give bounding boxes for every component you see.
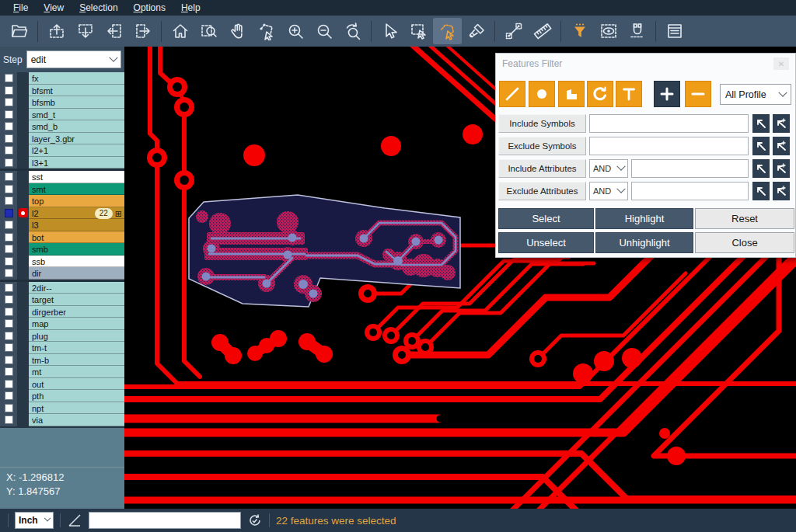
layer-checkbox[interactable] xyxy=(5,283,13,292)
layer-row-top[interactable]: top xyxy=(0,195,124,207)
layer-checkbox[interactable] xyxy=(5,367,13,376)
filter-row-label-button[interactable]: Include Symbols xyxy=(498,114,586,133)
pad-feature-button[interactable] xyxy=(529,81,555,107)
layer-row-l2+1[interactable]: l2+1 xyxy=(0,144,124,157)
units-select[interactable]: Inch xyxy=(15,512,54,529)
text-feature-button[interactable] xyxy=(616,81,642,107)
layer-row-target[interactable]: target xyxy=(0,294,124,306)
pan-left-button[interactable] xyxy=(100,18,128,44)
layer-checkbox[interactable] xyxy=(5,308,13,316)
layer-row-tm-b[interactable]: tm-b xyxy=(0,354,124,367)
layer-checkbox[interactable] xyxy=(5,319,13,328)
layer-label[interactable]: npt xyxy=(29,402,124,415)
filter-value-input[interactable] xyxy=(631,182,749,200)
filter-row-label-button[interactable]: Include Attributes xyxy=(498,159,586,178)
operator-select[interactable]: AND xyxy=(589,182,628,200)
layer-label[interactable]: 2dir-- xyxy=(29,282,124,294)
pick-arrow-add-button[interactable] xyxy=(773,182,790,200)
layer-label[interactable]: l222⊞ xyxy=(29,207,124,220)
menu-item-options[interactable]: Options xyxy=(127,1,173,15)
layer-label[interactable]: l3 xyxy=(29,219,124,231)
layer-row-smb[interactable]: smb xyxy=(0,243,124,256)
layer-checkbox[interactable] xyxy=(5,416,13,424)
select-cursor-button[interactable] xyxy=(375,18,404,44)
pan-hand-button[interactable] xyxy=(223,18,252,44)
layer-label[interactable]: fx xyxy=(29,72,124,85)
layer-label[interactable]: smd_b xyxy=(29,120,124,133)
step-select[interactable]: edit xyxy=(26,50,121,68)
layer-label[interactable]: ssb xyxy=(29,256,124,268)
layer-checkbox[interactable] xyxy=(5,380,13,388)
layer-checkbox[interactable] xyxy=(5,343,13,352)
layer-checkbox[interactable] xyxy=(5,98,13,106)
pick-arrow-add-button[interactable] xyxy=(773,159,790,178)
layer-row-layer_3.gbr[interactable]: layer_3.gbr xyxy=(0,133,124,145)
menu-item-file[interactable]: File xyxy=(6,1,35,15)
layer-label[interactable]: smb xyxy=(29,243,124,256)
layer-label[interactable]: map xyxy=(29,318,124,330)
measure-distance-button[interactable] xyxy=(499,18,528,44)
layer-row-npt[interactable]: npt xyxy=(0,402,124,415)
layer-label[interactable]: layer_3.gbr xyxy=(29,133,124,145)
command-input[interactable] xyxy=(89,512,241,529)
layer-checkbox[interactable] xyxy=(5,74,13,82)
layer-checkbox[interactable] xyxy=(5,196,13,205)
menu-item-view[interactable]: View xyxy=(37,1,71,15)
layer-label[interactable]: bot xyxy=(29,231,124,244)
zoom-polygon-button[interactable] xyxy=(252,18,281,44)
filter-row-label-button[interactable]: Exclude Attributes xyxy=(498,182,586,200)
select-button[interactable]: Select xyxy=(498,208,594,229)
layer-label[interactable]: l2+1 xyxy=(29,144,124,157)
pick-arrow-add-button[interactable] xyxy=(773,137,790,155)
arc-feature-button[interactable] xyxy=(587,81,613,107)
grid-icon[interactable]: ⊞ xyxy=(115,210,122,217)
highlight-button[interactable]: Highlight xyxy=(595,208,693,229)
layer-label[interactable]: l3+1 xyxy=(29,157,124,169)
menu-item-help[interactable]: Help xyxy=(174,1,208,15)
pick-arrow-button[interactable] xyxy=(752,137,770,155)
zoom-previous-button[interactable] xyxy=(338,18,367,44)
layer-checkbox[interactable] xyxy=(5,332,13,340)
zoom-out-button[interactable] xyxy=(309,18,338,44)
layer-checkbox[interactable] xyxy=(5,233,13,242)
layer-row-l3[interactable]: l3 xyxy=(0,219,124,231)
layer-row-via[interactable]: via xyxy=(0,414,124,426)
pick-arrow-add-button[interactable] xyxy=(773,114,790,133)
layer-label[interactable]: via xyxy=(29,414,124,426)
layer-row-bfsmt[interactable]: bfsmt xyxy=(0,85,124,97)
layer-row-smt[interactable]: smt xyxy=(0,183,124,196)
dialog-close-button[interactable]: ✕ xyxy=(773,57,789,70)
layer-label[interactable]: bfsmt xyxy=(29,85,124,97)
layer-checkbox[interactable] xyxy=(5,257,13,266)
layer-label[interactable]: sst xyxy=(29,171,124,183)
rectangle-select-button[interactable] xyxy=(404,18,433,44)
close-button[interactable]: Close xyxy=(695,232,794,253)
layer-checkbox[interactable] xyxy=(5,404,13,412)
surface-feature-button[interactable] xyxy=(558,81,585,107)
layer-checkbox[interactable] xyxy=(5,86,13,95)
layer-checkbox[interactable] xyxy=(5,391,13,400)
pick-arrow-button[interactable] xyxy=(752,159,770,178)
layer-row-pth[interactable]: pth xyxy=(0,390,124,402)
polygon-select-button[interactable] xyxy=(433,18,462,44)
layer-label[interactable]: target xyxy=(29,294,124,306)
layer-checkbox[interactable] xyxy=(5,356,13,364)
layer-checkbox[interactable] xyxy=(5,245,13,253)
features-filter-button[interactable] xyxy=(565,18,594,44)
paint-brush-button[interactable] xyxy=(462,18,491,44)
ruler-button[interactable] xyxy=(528,18,557,44)
layer-row-tm-t[interactable]: tm-t xyxy=(0,342,124,354)
filter-value-input[interactable] xyxy=(589,137,749,155)
pick-arrow-button[interactable] xyxy=(752,114,770,133)
layer-label[interactable]: plug xyxy=(29,330,124,342)
home-view-button[interactable] xyxy=(166,18,194,44)
zoom-window-button[interactable] xyxy=(194,18,223,44)
layer-label[interactable]: mt xyxy=(29,366,124,378)
layer-row-2dir--[interactable]: 2dir-- xyxy=(0,282,124,294)
unselect-button[interactable]: Unselect xyxy=(498,232,594,253)
operator-select[interactable]: AND xyxy=(589,159,628,178)
layer-label[interactable]: top xyxy=(29,195,124,207)
layer-row-map[interactable]: map xyxy=(0,318,124,330)
layer-row-l3+1[interactable]: l3+1 xyxy=(0,157,124,169)
layers-panel-button[interactable] xyxy=(660,18,689,44)
